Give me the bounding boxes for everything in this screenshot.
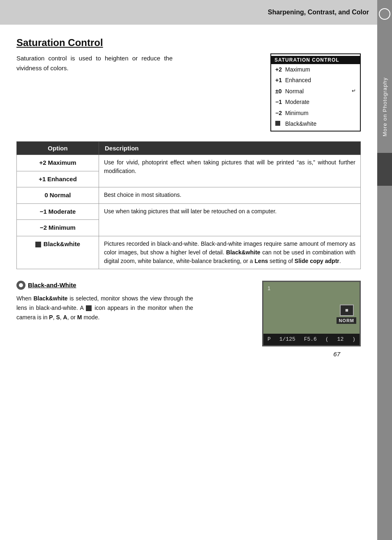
opt-name: Normal [50, 192, 71, 198]
baw-bold-text: S [56, 314, 60, 321]
baw-section-title: Black-and-White [28, 282, 76, 288]
sat-value [275, 119, 284, 128]
baw-bold-text: Black&white [33, 295, 67, 302]
sat-value: −2 [275, 108, 284, 118]
slide-bold: Slide copy adptr [295, 258, 339, 264]
lcd-bottom-bar: P 1/125 F5.6 ( 12 ) [263, 334, 360, 345]
baw-section: Black-and-White When Black&white is sele… [16, 281, 361, 346]
lens-bold: Lens [255, 258, 268, 264]
baw-plain-text: When [16, 295, 33, 302]
top-header: Sharpening, Contrast, and Color [0, 0, 377, 25]
sat-value: ±0 [275, 87, 284, 96]
table-header-description: Description [99, 142, 361, 155]
saturation-item: −1Moderate [271, 97, 360, 107]
lcd-shutter: 1/125 [279, 336, 295, 342]
table-row: 0 NormalBest choice in most situations. [17, 187, 361, 204]
saturation-item: ±0Normal↵ [271, 86, 360, 97]
lcd-bracket-close: ) [352, 336, 355, 342]
lcd-aperture: F5.6 [304, 336, 317, 342]
sat-label: Minimum [285, 108, 309, 118]
saturation-control-box: SATURATION CONTROL +2Maximum+1Enhanced±0… [270, 53, 361, 132]
table-cell-option: −1 Moderate [17, 203, 99, 220]
baw-heading: Black-and-White [16, 281, 193, 290]
baw-plain-text: , or [67, 314, 77, 321]
intro-text: Saturation control is used to heighten o… [16, 53, 173, 73]
lcd-bw-icon: ■ [340, 305, 354, 316]
sidebar-dark-bar [377, 153, 392, 186]
saturation-item: +1Enhanced [271, 75, 360, 85]
table-cell-option: +2 Maximum [17, 155, 99, 171]
table-row: +2 MaximumUse for vivid, photoprint effe… [17, 155, 361, 171]
baw-plain-text: , [60, 314, 63, 321]
main-content: Saturation Control Saturation control is… [0, 25, 377, 366]
sat-label: Normal [285, 87, 304, 96]
table-row: −1 ModerateUse when taking pictures that… [17, 203, 361, 220]
baw-bold-text: P [49, 314, 53, 321]
baw-body-text: When Black&white is selected, monitor sh… [16, 294, 193, 322]
sat-value: +1 [275, 76, 284, 85]
lcd-norm-label: NORM [337, 317, 356, 324]
table-header-option: Option [17, 142, 99, 155]
sat-label: Maximum [285, 65, 310, 74]
table-cell-option: Black&white [17, 236, 99, 269]
opt-name: Minimum [48, 224, 76, 231]
opt-num: +2 [39, 159, 46, 166]
options-table: Option Description +2 MaximumUse for viv… [16, 141, 361, 269]
opt-num: −2 [40, 224, 47, 231]
sidebar-tab: More on Photography [377, 0, 392, 540]
lcd-count: 12 [337, 336, 344, 342]
table-cell-option: −2 Minimum [17, 220, 99, 236]
sidebar-circle-icon [379, 8, 390, 20]
opt-name: Maximum [48, 159, 76, 166]
intro-row: Saturation control is used to heighten o… [16, 53, 361, 132]
saturation-item: +2Maximum [271, 64, 360, 75]
bw-square-icon [35, 242, 41, 247]
sidebar-label: More on Photography [382, 77, 388, 136]
saturation-item: Black&white [271, 118, 360, 129]
table-cell-option: 0 Normal [17, 187, 99, 204]
baw-bold-text: M [77, 314, 82, 321]
page-number: 67 [16, 351, 361, 358]
lcd-mode: P [267, 336, 271, 342]
opt-name: Enhanced [47, 175, 77, 182]
section-title: Saturation Control [16, 37, 361, 48]
table-cell-desc: Use when taking pictures that will later… [99, 203, 361, 236]
sat-selected-arrow: ↵ [352, 87, 356, 95]
baw-icon-inner [19, 283, 23, 287]
table-cell-option: +1 Enhanced [17, 171, 99, 187]
opt-name: Moderate [48, 208, 76, 215]
table-cell-desc: Pictures recorded in black-and-white. Bl… [99, 236, 361, 269]
sat-label: Black&white [285, 119, 316, 128]
opt-name: Black&white [44, 240, 80, 247]
sat-label: Enhanced [285, 76, 311, 85]
lcd-top-number: 1 [267, 285, 270, 291]
opt-num: −1 [40, 208, 47, 215]
baw-plain-text: mode. [82, 314, 100, 321]
opt-num: 0 [45, 192, 48, 198]
sat-value: −1 [275, 97, 284, 106]
lcd-bracket: ( [325, 336, 329, 342]
opt-num: +1 [39, 175, 46, 182]
table-cell-desc: Best choice in most situations. [99, 187, 361, 204]
saturation-item: −2Minimum [271, 108, 360, 118]
table-cell-desc: Use for vivid, photoprint effect when ta… [99, 155, 361, 187]
sat-bw-square [275, 121, 280, 126]
table-row: Black&whitePictures recorded in black-an… [17, 236, 361, 269]
header-title: Sharpening, Contrast, and Color [268, 9, 369, 16]
sat-label: Moderate [285, 97, 309, 106]
bw-bold: Black&white [226, 249, 260, 256]
saturation-box-title: SATURATION CONTROL [271, 56, 360, 64]
baw-bold-text: A [63, 314, 67, 321]
baw-icon [16, 281, 25, 290]
camera-lcd: 1 ■ NORM P 1/125 F5.6 ( 12 ) [262, 281, 361, 346]
baw-text-area: Black-and-White When Black&white is sele… [16, 281, 193, 322]
bw-inline-square [86, 305, 92, 311]
sat-value: +2 [275, 65, 284, 74]
